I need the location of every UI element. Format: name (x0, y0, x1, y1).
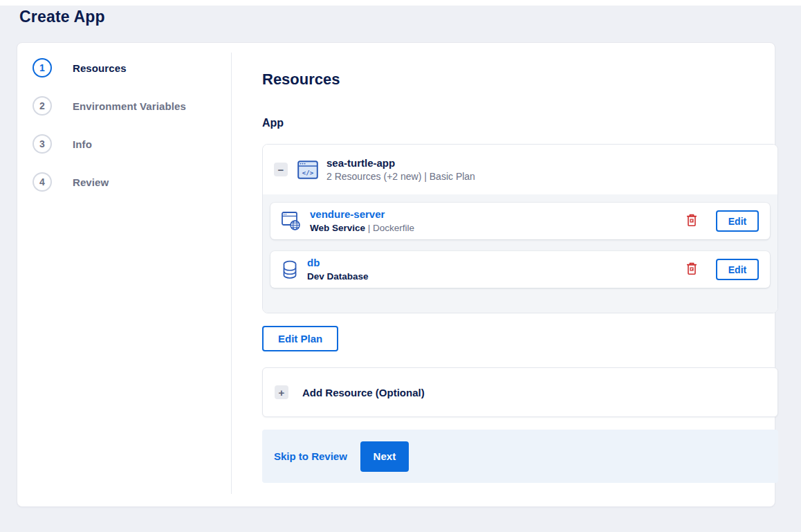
app-section-label: App (262, 117, 284, 129)
resource-name-link[interactable]: vendure-server (310, 208, 686, 221)
stepper-item-info[interactable]: 3 Info (33, 134, 92, 154)
app-card-header: − </> sea-turtle-app 2 Resources (+2 new… (263, 145, 777, 194)
app-header-text: sea-turtle-app 2 Resources (+2 new) | Ba… (326, 157, 475, 182)
svg-text:</>: </> (302, 169, 314, 176)
resource-row-vendure-server: vendure-server Web Service | Dockerfile (270, 203, 770, 239)
delete-resource-button[interactable] (686, 262, 697, 277)
create-app-card: 1 Resources 2 Environment Variables 3 In… (17, 42, 775, 507)
stepper-item-review[interactable]: 4 Review (33, 172, 109, 192)
app-card-body: vendure-server Web Service | Dockerfile (263, 194, 777, 313)
add-resource-label: Add Resource (Optional) (302, 387, 425, 398)
footer-action-bar: Skip to Review Next (262, 430, 778, 483)
minus-icon: − (278, 165, 284, 175)
trash-icon (686, 214, 697, 229)
app-code-icon: </> (297, 160, 318, 179)
delete-resource-button[interactable] (686, 214, 697, 229)
resource-text: vendure-server Web Service | Dockerfile (310, 208, 686, 234)
resource-row-db: db Dev Database (270, 251, 770, 288)
step-number-badge: 1 (33, 58, 52, 77)
step-number-badge: 3 (33, 134, 52, 154)
app-name: sea-turtle-app (326, 157, 475, 169)
step-label: Resources (73, 62, 127, 74)
edit-resource-button[interactable]: Edit (716, 210, 759, 232)
stepper-item-environment-variables[interactable]: 2 Environment Variables (33, 96, 186, 116)
resource-name-link[interactable]: db (307, 257, 686, 269)
stepper-item-resources[interactable]: 1 Resources (33, 58, 127, 77)
step-label: Review (73, 176, 109, 188)
page-title: Create App (19, 8, 105, 26)
content-panel: Resources App − </> (246, 43, 762, 508)
stepper-divider (231, 53, 232, 494)
edit-resource-button[interactable]: Edit (716, 259, 759, 280)
add-resource-card[interactable]: + Add Resource (Optional) (262, 367, 778, 417)
step-label: Info (73, 138, 92, 150)
skip-to-review-link[interactable]: Skip to Review (274, 450, 347, 462)
top-strip (0, 0, 801, 6)
step-number-badge: 2 (33, 96, 52, 116)
resource-type: Web Service (310, 223, 365, 233)
resource-subtitle: Web Service | Dockerfile (310, 223, 686, 234)
resource-text: db Dev Database (307, 257, 686, 282)
step-label: Environment Variables (73, 100, 186, 112)
resource-subtitle: Dev Database (307, 271, 686, 282)
add-resource-expand-button[interactable]: + (275, 385, 288, 399)
plus-icon: + (279, 387, 285, 398)
step-number-badge: 4 (33, 172, 52, 192)
next-button[interactable]: Next (360, 441, 409, 472)
trash-icon (686, 262, 697, 277)
content-heading: Resources (262, 71, 340, 89)
web-service-icon (282, 212, 301, 230)
resource-detail: | Dockerfile (365, 223, 414, 233)
app-meta: 2 Resources (+2 new) | Basic Plan (326, 171, 475, 182)
database-icon (282, 260, 298, 279)
app-card: − </> sea-turtle-app 2 Resources (+2 new… (262, 144, 778, 313)
resource-type: Dev Database (307, 271, 369, 282)
collapse-button[interactable]: − (274, 163, 288, 176)
edit-plan-button[interactable]: Edit Plan (262, 326, 338, 351)
